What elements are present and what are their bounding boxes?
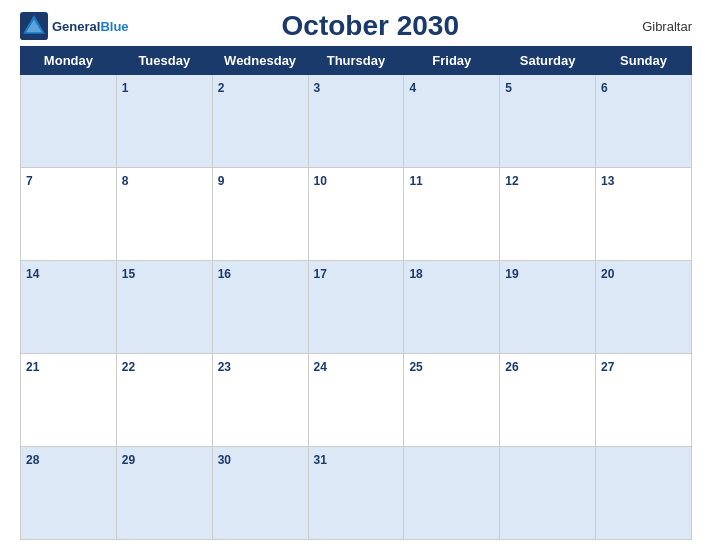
calendar-cell: 24 xyxy=(308,354,404,447)
day-number: 3 xyxy=(314,81,321,95)
calendar-cell: 11 xyxy=(404,168,500,261)
calendar-week-1: 123456 xyxy=(21,75,692,168)
calendar-cell: 2 xyxy=(212,75,308,168)
calendar-cell: 25 xyxy=(404,354,500,447)
day-number: 9 xyxy=(218,174,225,188)
top-bar: GeneralBlue October 2030 Gibraltar xyxy=(20,10,692,42)
calendar-cell: 21 xyxy=(21,354,117,447)
day-number: 13 xyxy=(601,174,614,188)
calendar-cell: 9 xyxy=(212,168,308,261)
day-number: 31 xyxy=(314,453,327,467)
day-number: 6 xyxy=(601,81,608,95)
logo-general: General xyxy=(52,19,100,34)
calendar-cell: 23 xyxy=(212,354,308,447)
calendar-cell: 3 xyxy=(308,75,404,168)
calendar-cell xyxy=(500,447,596,540)
calendar-cell: 30 xyxy=(212,447,308,540)
days-of-week-row: MondayTuesdayWednesdayThursdayFridaySatu… xyxy=(21,47,692,75)
day-number: 18 xyxy=(409,267,422,281)
calendar-cell: 13 xyxy=(596,168,692,261)
calendar-cell: 26 xyxy=(500,354,596,447)
day-number: 22 xyxy=(122,360,135,374)
calendar-cell: 14 xyxy=(21,261,117,354)
calendar-cell: 22 xyxy=(116,354,212,447)
calendar-week-2: 78910111213 xyxy=(21,168,692,261)
day-number: 26 xyxy=(505,360,518,374)
day-number: 23 xyxy=(218,360,231,374)
day-number: 28 xyxy=(26,453,39,467)
day-number: 25 xyxy=(409,360,422,374)
day-header-monday: Monday xyxy=(21,47,117,75)
logo-blue-text: Blue xyxy=(100,19,128,34)
day-number: 30 xyxy=(218,453,231,467)
calendar-cell: 15 xyxy=(116,261,212,354)
calendar-cell: 1 xyxy=(116,75,212,168)
calendar-body: 1234567891011121314151617181920212223242… xyxy=(21,75,692,540)
calendar-cell: 6 xyxy=(596,75,692,168)
day-number: 12 xyxy=(505,174,518,188)
day-header-sunday: Sunday xyxy=(596,47,692,75)
calendar-cell: 7 xyxy=(21,168,117,261)
calendar-cell: 4 xyxy=(404,75,500,168)
day-header-tuesday: Tuesday xyxy=(116,47,212,75)
calendar-title: October 2030 xyxy=(129,10,612,42)
calendar-cell xyxy=(21,75,117,168)
logo: GeneralBlue xyxy=(20,12,129,40)
day-number: 4 xyxy=(409,81,416,95)
day-number: 17 xyxy=(314,267,327,281)
day-number: 21 xyxy=(26,360,39,374)
day-header-friday: Friday xyxy=(404,47,500,75)
day-number: 16 xyxy=(218,267,231,281)
day-number: 15 xyxy=(122,267,135,281)
calendar-header: MondayTuesdayWednesdayThursdayFridaySatu… xyxy=(21,47,692,75)
calendar-cell: 19 xyxy=(500,261,596,354)
day-header-saturday: Saturday xyxy=(500,47,596,75)
calendar-cell xyxy=(404,447,500,540)
day-number: 20 xyxy=(601,267,614,281)
logo-text: GeneralBlue xyxy=(52,17,129,35)
logo-icon xyxy=(20,12,48,40)
day-number: 29 xyxy=(122,453,135,467)
day-number: 2 xyxy=(218,81,225,95)
day-number: 11 xyxy=(409,174,422,188)
calendar-cell: 27 xyxy=(596,354,692,447)
day-header-thursday: Thursday xyxy=(308,47,404,75)
day-header-wednesday: Wednesday xyxy=(212,47,308,75)
calendar-cell: 16 xyxy=(212,261,308,354)
calendar-cell: 31 xyxy=(308,447,404,540)
day-number: 10 xyxy=(314,174,327,188)
calendar-week-5: 28293031 xyxy=(21,447,692,540)
day-number: 1 xyxy=(122,81,129,95)
calendar-cell: 29 xyxy=(116,447,212,540)
calendar-cell: 10 xyxy=(308,168,404,261)
calendar-cell: 8 xyxy=(116,168,212,261)
region-label: Gibraltar xyxy=(612,19,692,34)
calendar-cell xyxy=(596,447,692,540)
calendar-cell: 18 xyxy=(404,261,500,354)
calendar-cell: 12 xyxy=(500,168,596,261)
day-number: 7 xyxy=(26,174,33,188)
calendar-week-3: 14151617181920 xyxy=(21,261,692,354)
day-number: 24 xyxy=(314,360,327,374)
calendar-cell: 28 xyxy=(21,447,117,540)
calendar-cell: 20 xyxy=(596,261,692,354)
day-number: 8 xyxy=(122,174,129,188)
day-number: 5 xyxy=(505,81,512,95)
calendar-week-4: 21222324252627 xyxy=(21,354,692,447)
calendar-cell: 5 xyxy=(500,75,596,168)
calendar-cell: 17 xyxy=(308,261,404,354)
day-number: 27 xyxy=(601,360,614,374)
day-number: 19 xyxy=(505,267,518,281)
calendar-table: MondayTuesdayWednesdayThursdayFridaySatu… xyxy=(20,46,692,540)
day-number: 14 xyxy=(26,267,39,281)
